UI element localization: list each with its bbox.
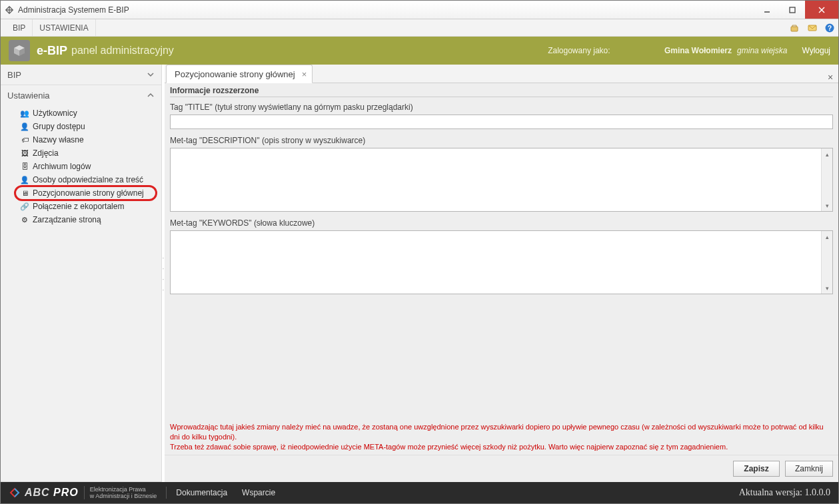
group-icon: 👤: [19, 121, 30, 132]
gear-icon: ⚙: [19, 214, 30, 225]
sidebar: BIP Ustawienia 👥Użytkownicy 👤Grupy dostę…: [1, 65, 162, 482]
svg-rect-1: [790, 7, 795, 13]
logout-link[interactable]: Wyloguj: [802, 46, 830, 55]
sidebar-item-label: Osoby odpowiedzialne za treść: [33, 174, 143, 185]
version-label: Aktualna wersja: 1.0.0.0: [739, 487, 830, 498]
tag-icon: 🏷: [19, 134, 30, 145]
footer-doc-link[interactable]: Dokumentacja: [176, 488, 227, 497]
footer-support-link[interactable]: Wsparcie: [242, 488, 275, 497]
keywords-label: Met-tag "KEYWORDS" (słowa kluczowe): [165, 217, 838, 229]
footer-tagline: Elektronizacja Prawa w Administracji i B…: [84, 486, 157, 499]
svg-text:?: ?: [828, 25, 832, 32]
close-window-button[interactable]: [805, 1, 838, 19]
brand-subtitle: panel administracyjny: [71, 45, 174, 57]
sidebar-item-responsible[interactable]: 👤Osoby odpowiedzialne za treść: [1, 173, 161, 186]
sidebar-section-bip[interactable]: BIP: [1, 65, 161, 85]
sidebar-item-label: Zarządzanie stroną: [33, 214, 101, 225]
sidebar-section-settings-label: Ustawienia: [7, 91, 50, 101]
sidebar-item-manage-page[interactable]: ⚙Zarządzanie stroną: [1, 213, 161, 226]
description-label: Met-tag "DESCRIPTION" (opis strony w wys…: [165, 134, 838, 146]
form-area: Informacje rozszerzone Tag "TITLE" (tytu…: [165, 83, 838, 482]
footer-brand: ABC PRO: [25, 487, 79, 499]
link-icon: 🔗: [19, 201, 30, 212]
header-bar: e-BIP panel administracyjny Zalogowany j…: [1, 37, 838, 65]
tab-label: Pozycjonowanie strony głównej: [175, 69, 295, 79]
scrollbar[interactable]: ▴▾: [821, 231, 832, 294]
menubar: BIP USTAWIENIA ?: [1, 19, 838, 37]
sidebar-item-label: Grupy dostępu: [33, 121, 85, 132]
logged-as-value: [613, 46, 659, 55]
sidebar-item-label: Archiwum logów: [33, 161, 91, 172]
tabstrip-close-icon[interactable]: ×: [822, 72, 838, 83]
sidebar-item-custom-names[interactable]: 🏷Nazwy własne: [1, 133, 161, 146]
sidebar-item-ekoportal[interactable]: 🔗Połączenie z ekoportalem: [1, 200, 161, 213]
scrollbar[interactable]: ▴▾: [821, 148, 832, 211]
sidebar-item-label: Zdjęcia: [33, 148, 59, 158]
tabstrip: Pozycjonowanie strony głównej × ×: [165, 65, 838, 83]
page-icon: 🖥: [19, 188, 30, 198]
menu-settings[interactable]: USTAWIENIA: [33, 19, 95, 36]
titlebar: Administracja Systemem E-BIP: [1, 1, 838, 19]
help-icon[interactable]: ?: [821, 19, 838, 36]
footer-logo-icon: [9, 487, 21, 499]
sidebar-section-settings[interactable]: Ustawienia: [1, 85, 161, 105]
title-label: Tag "TITLE" (tytuł strony wyświetlany na…: [165, 101, 838, 113]
app-icon: [5, 5, 14, 15]
brand-logo-icon: [9, 40, 30, 61]
maximize-button[interactable]: [780, 1, 805, 19]
sidebar-item-photos[interactable]: 🖼Zdjęcia: [1, 146, 161, 160]
warning-line: Wprowadzając tutaj jakieś zmiany należy …: [170, 422, 833, 442]
footer: ABC PRO Elektronizacja Prawa w Administr…: [1, 482, 838, 503]
close-button[interactable]: Zamknij: [785, 461, 833, 477]
chevron-up-icon: [147, 91, 155, 99]
archive-icon: 🗄: [19, 161, 30, 172]
users-icon: 👥: [19, 108, 30, 119]
warning-text: Wprowadzając tutaj jakieś zmiany należy …: [165, 417, 838, 455]
toolbar-icon-mail[interactable]: [804, 19, 821, 36]
toolbar-icon-1[interactable]: [786, 19, 804, 36]
menu-bip[interactable]: BIP: [6, 19, 33, 36]
tab-seo[interactable]: Pozycjonowanie strony głównej ×: [166, 65, 313, 83]
sidebar-item-seo[interactable]: 🖥Pozycjonowanie strony głównej: [1, 186, 161, 200]
minimize-button[interactable]: [754, 1, 780, 19]
entity-subtitle: gmina wiejska: [737, 46, 787, 55]
logged-as-label: Zalogowany jako:: [548, 46, 610, 55]
sidebar-item-label: Pozycjonowanie strony głównej: [33, 188, 144, 198]
entity-name: Gmina Wołomierz: [664, 46, 732, 55]
sidebar-item-label: Nazwy własne: [33, 134, 84, 145]
chevron-down-icon: [147, 71, 155, 79]
keywords-textarea[interactable]: [171, 231, 821, 294]
sidebar-item-groups[interactable]: 👤Grupy dostępu: [1, 120, 161, 133]
warning-line: Trzeba też zdawać sobie sprawę, iż nieod…: [170, 442, 833, 452]
svg-rect-4: [791, 27, 798, 31]
title-input[interactable]: [170, 115, 833, 129]
sidebar-item-label: Połączenie z ekoportalem: [33, 201, 124, 212]
person-icon: 👤: [19, 174, 30, 185]
sidebar-item-logs[interactable]: 🗄Archiwum logów: [1, 160, 161, 173]
sidebar-section-bip-label: BIP: [7, 70, 21, 80]
sidebar-item-label: Użytkownicy: [33, 108, 77, 119]
tab-close-icon[interactable]: ×: [302, 69, 307, 79]
image-icon: 🖼: [19, 148, 30, 158]
save-button[interactable]: Zapisz: [733, 461, 780, 477]
window-title: Administracja Systemem E-BIP: [18, 5, 129, 15]
description-textarea[interactable]: [171, 148, 821, 211]
sidebar-item-users[interactable]: 👥Użytkownicy: [1, 107, 161, 120]
group-title: Informacje rozszerzone: [165, 83, 838, 97]
brand-name: e-BIP: [37, 44, 67, 58]
